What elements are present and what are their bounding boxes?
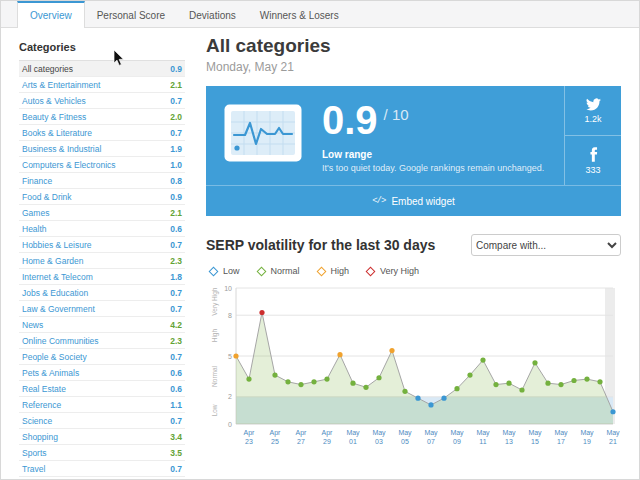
category-row[interactable]: Science0.7 [19, 413, 185, 429]
volatility-chart[interactable]: 025810LowNormalHighVery HighApr23Apr25Ap… [206, 280, 621, 450]
category-row[interactable]: Internet & Telecom1.8 [19, 269, 185, 285]
chart-data-point[interactable] [363, 385, 368, 390]
chart-data-point[interactable] [285, 379, 290, 384]
category-label[interactable]: Games [22, 208, 49, 218]
social-share-column: 1.2k 333 [564, 86, 621, 185]
chart-data-point[interactable] [493, 382, 498, 387]
chart-data-point[interactable] [558, 382, 563, 387]
tab-overview[interactable]: Overview [17, 1, 85, 28]
tab-deviations[interactable]: Deviations [177, 1, 248, 27]
category-label[interactable]: Home & Garden [22, 256, 83, 266]
chart-data-point[interactable] [610, 409, 615, 414]
chart-data-point[interactable] [584, 377, 589, 382]
category-label[interactable]: Travel [22, 464, 45, 474]
category-row[interactable]: Shopping3.4 [19, 429, 185, 445]
category-label[interactable]: Pets & Animals [22, 368, 79, 378]
category-label[interactable]: Online Communities [22, 336, 99, 346]
range-description: It's too quiet today. Google rankings re… [322, 163, 556, 173]
category-row[interactable]: Pets & Animals0.6 [19, 365, 185, 381]
chart-data-point[interactable] [467, 372, 472, 377]
category-row[interactable]: Games2.1 [19, 205, 185, 221]
category-label[interactable]: News [22, 320, 43, 330]
chart-data-point[interactable] [506, 381, 511, 386]
category-row[interactable]: Home & Garden2.3 [19, 253, 185, 269]
category-row[interactable]: Online Communities2.3 [19, 333, 185, 349]
category-row[interactable]: Books & Literature0.7 [19, 125, 185, 141]
page-date: Monday, May 21 [206, 60, 621, 74]
chart-data-point[interactable] [415, 396, 420, 401]
category-row[interactable]: Reference1.1 [19, 397, 185, 413]
category-label[interactable]: Autos & Vehicles [22, 96, 86, 106]
embed-widget-button[interactable]: </> Embed widget [206, 185, 621, 216]
chart-data-point[interactable] [597, 379, 602, 384]
category-label[interactable]: Arts & Entertainment [22, 80, 100, 90]
category-label[interactable]: Food & Drink [22, 192, 72, 202]
category-label[interactable]: People & Society [22, 352, 87, 362]
chart-data-point[interactable] [259, 310, 264, 315]
svg-text:Apr25: Apr25 [270, 429, 282, 445]
category-row[interactable]: Autos & Vehicles0.7 [19, 93, 185, 109]
chart-data-point[interactable] [337, 352, 342, 357]
chart-data-point[interactable] [441, 396, 446, 401]
chart-data-point[interactable] [233, 353, 238, 358]
category-row[interactable]: Law & Government0.7 [19, 301, 185, 317]
category-row[interactable]: Health0.6 [19, 221, 185, 237]
category-label[interactable]: Beauty & Fitness [22, 112, 86, 122]
category-label[interactable]: Internet & Telecom [22, 272, 93, 282]
category-row[interactable]: Travel0.7 [19, 461, 185, 477]
chart-data-point[interactable] [298, 382, 303, 387]
chart-section-title: SERP volatility for the last 30 days [206, 237, 435, 253]
category-label[interactable]: Computers & Electronics [22, 160, 116, 170]
category-row[interactable]: News4.2 [19, 317, 185, 333]
category-label[interactable]: Business & Industrial [22, 144, 101, 154]
twitter-share-button[interactable]: 1.2k [565, 86, 621, 135]
chart-data-point[interactable] [350, 381, 355, 386]
category-row[interactable]: Computers & Electronics1.0 [19, 157, 185, 173]
category-row[interactable]: Arts & Entertainment2.1 [19, 77, 185, 93]
category-score: 2.1 [170, 80, 182, 90]
category-row[interactable]: Food & Drink0.9 [19, 189, 185, 205]
chart-data-point[interactable] [311, 379, 316, 384]
chart-data-point[interactable] [324, 377, 329, 382]
category-label[interactable]: Law & Government [22, 304, 95, 314]
facebook-share-button[interactable]: 333 [565, 135, 621, 185]
category-label[interactable]: Jobs & Education [22, 288, 88, 298]
category-score: 0.8 [170, 176, 182, 186]
category-row[interactable]: Jobs & Education0.7 [19, 285, 185, 301]
chart-data-point[interactable] [571, 378, 576, 383]
chart-data-point[interactable] [402, 389, 407, 394]
tab-personal-score[interactable]: Personal Score [85, 1, 177, 27]
tab-winners-losers[interactable]: Winners & Losers [248, 1, 351, 27]
chart-data-point[interactable] [454, 386, 459, 391]
chart-data-point[interactable] [428, 402, 433, 407]
category-score: 2.3 [170, 256, 182, 266]
category-label[interactable]: Shopping [22, 432, 58, 442]
chart-data-point[interactable] [389, 348, 394, 353]
category-row[interactable]: Beauty & Fitness2.0 [19, 109, 185, 125]
chart-data-point[interactable] [272, 372, 277, 377]
category-row[interactable]: Hobbies & Leisure0.7 [19, 237, 185, 253]
category-label[interactable]: Health [22, 224, 47, 234]
category-row[interactable]: Finance0.8 [19, 173, 185, 189]
chart-data-point[interactable] [480, 357, 485, 362]
category-label[interactable]: Real Estate [22, 384, 66, 394]
category-row[interactable]: Real Estate0.6 [19, 381, 185, 397]
chart-data-point[interactable] [519, 387, 524, 392]
category-label[interactable]: Sports [22, 448, 47, 458]
chart-data-point[interactable] [545, 381, 550, 386]
category-label[interactable]: Finance [22, 176, 52, 186]
category-label[interactable]: Science [22, 416, 52, 426]
category-row[interactable]: All categories0.9 [19, 61, 185, 77]
category-row[interactable]: People & Society0.7 [19, 349, 185, 365]
category-label[interactable]: Hobbies & Leisure [22, 240, 91, 250]
category-label[interactable]: Books & Literature [22, 128, 92, 138]
chart-data-point[interactable] [246, 377, 251, 382]
category-row[interactable]: Business & Industrial1.9 [19, 141, 185, 157]
chart-data-point[interactable] [376, 375, 381, 380]
category-label[interactable]: Reference [22, 400, 61, 410]
chart-data-point[interactable] [532, 360, 537, 365]
category-label[interactable]: All categories [22, 64, 73, 74]
category-row[interactable]: Sports3.5 [19, 445, 185, 461]
compare-with-select[interactable]: Compare with... [471, 234, 621, 256]
legend-item-high: High [318, 266, 350, 276]
